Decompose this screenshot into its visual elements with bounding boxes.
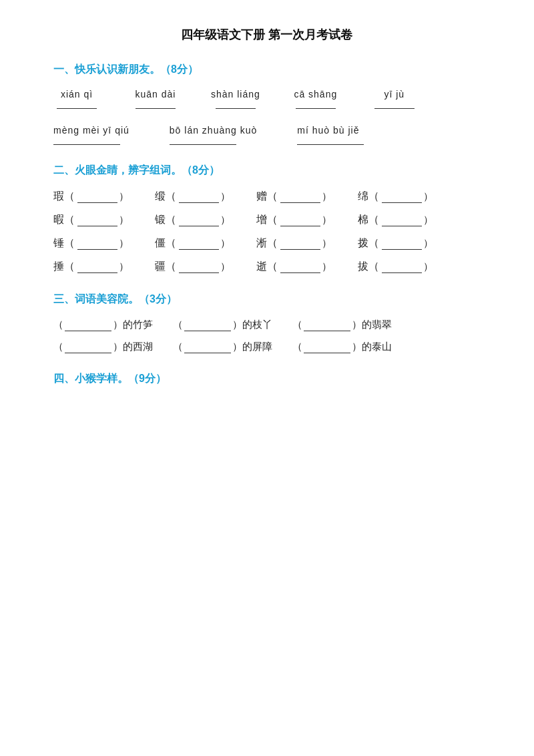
char-main: 绵（: [358, 190, 379, 204]
section-1-title: 一、快乐认识新朋友。（8分）: [53, 63, 481, 77]
section3-open-paren: （: [173, 319, 183, 331]
fill-blank[interactable]: [77, 238, 117, 250]
char-group-4-3: 逝（ ）: [256, 260, 336, 274]
section3-item-1-3: （ ）的翡翠: [292, 319, 392, 331]
pinyin-line-4: [296, 108, 336, 109]
pinyin-text-7: bō lán zhuàng kuò: [170, 125, 257, 136]
char-group-3-3: 淅（ ）: [256, 236, 336, 250]
char-paren: ）: [423, 214, 433, 226]
fill-blank[interactable]: [382, 261, 422, 273]
char-main: 僵（: [155, 236, 176, 250]
pinyin-row-2: mèng mèi yī qiú bō lán zhuàng kuò mí huò…: [53, 125, 481, 145]
section-1: 一、快乐认识新朋友。（8分） xián qì kuān dài shàn liá…: [53, 63, 481, 145]
char-main: 拔（: [358, 260, 379, 274]
char-paren: ）: [119, 237, 129, 250]
fill-blank[interactable]: [77, 191, 117, 203]
chars-row-2: 暇（ ） 锻（ ） 增（ ） 棉（ ）: [53, 213, 481, 227]
pinyin-line-1: [57, 108, 97, 109]
pinyin-text-2: kuān dài: [136, 89, 176, 100]
fill-blank[interactable]: [179, 191, 219, 203]
char-main: 赠（: [256, 190, 278, 204]
pinyin-text-4: cā shāng: [294, 89, 337, 100]
char-main: 捶（: [53, 260, 75, 274]
fill-blank[interactable]: [304, 341, 350, 353]
fill-blank[interactable]: [184, 319, 231, 331]
page-title: 四年级语文下册 第一次月考试卷: [53, 27, 481, 43]
section3-suffix: ）的屏障: [232, 341, 272, 353]
fill-blank[interactable]: [382, 214, 422, 226]
section3-item-1-2: （ ）的枝丫: [173, 319, 272, 331]
section-4-title: 四、小猴学样。（9分）: [53, 372, 481, 386]
char-group-3-2: 僵（ ）: [155, 236, 235, 250]
section3-open-paren: （: [292, 341, 302, 353]
chars-row-4: 捶（ ） 疆（ ） 逝（ ） 拔（ ）: [53, 260, 481, 274]
char-group-2-3: 增（ ）: [256, 213, 336, 227]
pinyin-row-1: xián qì kuān dài shàn liáng cā shāng yī …: [53, 89, 481, 109]
char-main: 淅（: [256, 236, 278, 250]
section-2: 二、火眼金睛，辨字组词。（8分） 瑕（ ） 缎（ ） 赠（ ） 绵（ ）: [53, 164, 481, 274]
pinyin-item-5: yī jù: [371, 89, 418, 109]
section-2-title: 二、火眼金睛，辨字组词。（8分）: [53, 164, 481, 178]
char-paren: ）: [423, 260, 433, 273]
char-main: 拨（: [358, 236, 379, 250]
pinyin-item-8: mí huò bù jiě: [297, 125, 370, 145]
char-main: 瑕（: [53, 190, 75, 204]
section-3: 三、词语美容院。（3分） （ ）的竹笋 （ ）的枝丫 （ ）的翡翠 （ ）的西湖…: [53, 293, 481, 353]
section3-item-2-3: （ ）的泰山: [292, 341, 392, 353]
fill-blank[interactable]: [179, 261, 219, 273]
section-3-title: 三、词语美容院。（3分）: [53, 293, 481, 307]
char-paren: ）: [423, 190, 433, 203]
fill-blank[interactable]: [280, 238, 320, 250]
char-main: 缎（: [155, 190, 176, 204]
chars-row-1: 瑕（ ） 缎（ ） 赠（ ） 绵（ ）: [53, 190, 481, 204]
char-group-1-2: 缎（ ）: [155, 190, 235, 204]
char-group-4-1: 捶（ ）: [53, 260, 134, 274]
pinyin-item-4: cā shāng: [292, 89, 339, 109]
fill-blank[interactable]: [65, 319, 111, 331]
char-paren: ）: [220, 190, 230, 203]
fill-blank[interactable]: [280, 214, 320, 226]
fill-blank[interactable]: [65, 341, 111, 353]
char-paren: ）: [220, 214, 230, 226]
fill-blank[interactable]: [280, 261, 320, 273]
section3-suffix: ）的翡翠: [352, 319, 392, 331]
fill-blank[interactable]: [77, 261, 117, 273]
section3-row-2: （ ）的西湖 （ ）的屏障 （ ）的泰山: [53, 341, 481, 353]
fill-blank[interactable]: [382, 238, 422, 250]
section3-item-1-1: （ ）的竹笋: [53, 319, 153, 331]
chars-grid: 瑕（ ） 缎（ ） 赠（ ） 绵（ ） 暇（: [53, 190, 481, 274]
chars-row-3: 锤（ ） 僵（ ） 淅（ ） 拨（ ）: [53, 236, 481, 250]
section3-open-paren: （: [173, 341, 183, 353]
fill-blank[interactable]: [382, 191, 422, 203]
pinyin-item-3: shàn liáng: [211, 89, 260, 109]
pinyin-item-6: mèng mèi yī qiú: [53, 125, 129, 145]
pinyin-line-3: [216, 108, 256, 109]
section3-open-paren: （: [292, 319, 302, 331]
section3-item-2-2: （ ）的屏障: [173, 341, 272, 353]
char-main: 疆（: [155, 260, 176, 274]
char-main: 增（: [256, 213, 278, 227]
pinyin-line-6: [53, 144, 120, 145]
section3-suffix: ）的泰山: [352, 341, 392, 353]
char-main: 锻（: [155, 213, 176, 227]
char-main: 暇（: [53, 213, 75, 227]
char-group-1-1: 瑕（ ）: [53, 190, 134, 204]
pinyin-line-7: [170, 144, 236, 145]
section3-suffix: ）的西湖: [113, 341, 153, 353]
char-main: 逝（: [256, 260, 278, 274]
fill-blank[interactable]: [280, 191, 320, 203]
section3-row-1: （ ）的竹笋 （ ）的枝丫 （ ）的翡翠: [53, 319, 481, 331]
pinyin-line-8: [297, 144, 364, 145]
fill-blank[interactable]: [179, 238, 219, 250]
char-paren: ）: [119, 260, 129, 273]
char-paren: ）: [423, 237, 433, 250]
fill-blank[interactable]: [304, 319, 350, 331]
char-group-3-1: 锤（ ）: [53, 236, 134, 250]
char-paren: ）: [322, 237, 332, 250]
fill-blank[interactable]: [179, 214, 219, 226]
fill-blank[interactable]: [77, 214, 117, 226]
pinyin-item-1: xián qì: [53, 89, 100, 109]
char-group-1-4: 绵（ ）: [358, 190, 438, 204]
pinyin-item-2: kuān dài: [132, 89, 179, 109]
fill-blank[interactable]: [184, 341, 231, 353]
